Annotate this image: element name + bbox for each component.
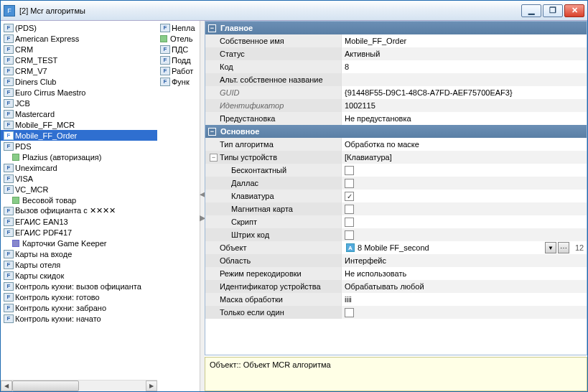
- property-value[interactable]: Активный: [342, 47, 587, 60]
- tree-item-label: CRM_TEST: [15, 56, 57, 65]
- tree-item[interactable]: FКарты на входе: [1, 248, 157, 259]
- property-value[interactable]: [342, 177, 587, 190]
- property-label: GUID: [205, 86, 342, 99]
- property-row: Скрипт: [205, 215, 587, 228]
- scrollbar-horizontal[interactable]: ◀ ▶: [1, 380, 157, 391]
- checkbox[interactable]: [345, 192, 354, 201]
- property-value[interactable]: [342, 190, 587, 202]
- tree-item[interactable]: FVC_MCR: [1, 184, 157, 195]
- item-icon: [12, 197, 19, 204]
- checkbox[interactable]: [345, 308, 354, 317]
- checkbox[interactable]: [345, 179, 354, 188]
- property-row: Маска обработкиiiii: [205, 293, 587, 306]
- tree-item[interactable]: FMobile_FF_MCR: [1, 119, 157, 130]
- collapse-icon[interactable]: −: [208, 24, 216, 32]
- tree-item[interactable]: Весовой товар: [1, 195, 157, 205]
- property-value[interactable]: Mobile_FF_Order: [342, 34, 587, 47]
- ellipsis-button[interactable]: ⋯: [558, 242, 569, 253]
- tree-item-label: VC_MCR: [15, 185, 48, 194]
- tree-item[interactable]: FПодд: [157, 55, 200, 65]
- tree-item[interactable]: FВызов официанта с ✕✕✕✕: [1, 205, 157, 216]
- property-label: Область: [205, 254, 342, 267]
- property-label: Статус: [205, 47, 342, 60]
- tree-item-label: Карты на входе: [15, 250, 72, 258]
- checkbox[interactable]: [345, 230, 354, 240]
- tree-item-label: Вызов официанта с ✕✕✕✕: [15, 206, 116, 215]
- checkbox[interactable]: [345, 166, 354, 175]
- tree-item[interactable]: FCRM: [1, 44, 157, 55]
- property-value[interactable]: iiii: [342, 293, 587, 306]
- minimize-button[interactable]: ▁: [521, 4, 541, 17]
- item-icon: F: [4, 261, 14, 269]
- tree-item[interactable]: FJCB: [1, 98, 157, 108]
- scroll-left-arrow[interactable]: ◀: [1, 381, 12, 391]
- property-value[interactable]: 8: [342, 60, 587, 73]
- tree-item[interactable]: Plazius (авторизация): [1, 151, 157, 162]
- tree-item[interactable]: FMobile_FF_Order: [1, 130, 157, 141]
- item-icon: F: [4, 110, 14, 118]
- tree-item[interactable]: FVISA: [1, 173, 157, 184]
- item-icon: F: [4, 207, 14, 215]
- tree-item[interactable]: FКонтроль кухни: забрано: [1, 302, 157, 313]
- maximize-button[interactable]: ❐: [543, 4, 563, 17]
- property-value[interactable]: [Клавиатура]: [342, 151, 587, 164]
- tree-item[interactable]: FCRM_TEST: [1, 55, 157, 65]
- dropdown-button[interactable]: ▼: [545, 242, 556, 253]
- tree-item[interactable]: Отель: [157, 33, 200, 44]
- property-value[interactable]: Обрабатывать любой: [342, 280, 587, 293]
- item-icon: F: [4, 142, 14, 151]
- tree-item[interactable]: FФунк: [157, 76, 200, 87]
- property-value[interactable]: [342, 73, 587, 86]
- tree-item[interactable]: FPDS: [1, 141, 157, 151]
- scroll-track[interactable]: [12, 381, 146, 391]
- tree-item[interactable]: FНепла: [157, 22, 200, 33]
- checkbox[interactable]: [345, 218, 354, 227]
- property-value[interactable]: Обработка по маске: [342, 138, 587, 151]
- item-icon: F: [4, 185, 14, 194]
- property-value[interactable]: [342, 228, 587, 241]
- item-icon: F: [4, 131, 14, 140]
- section-basic[interactable]: − Основное: [205, 125, 587, 138]
- tree-item[interactable]: FUneximcard: [1, 162, 157, 173]
- property-value[interactable]: Интерфейс: [342, 254, 587, 267]
- collapse-icon[interactable]: −: [208, 128, 216, 136]
- property-value[interactable]: Не предустановка: [342, 112, 587, 125]
- tree-item[interactable]: FAmerican Express: [1, 33, 157, 44]
- property-value[interactable]: 1002115: [342, 99, 587, 112]
- tree-item[interactable]: FЕГАИС PDF417: [1, 227, 157, 238]
- tree-item[interactable]: FDiners Club: [1, 76, 157, 87]
- section-main[interactable]: − Главное: [205, 22, 587, 34]
- property-value[interactable]: А8 Mobile FF_second▼⋯12: [342, 241, 587, 254]
- tree-item[interactable]: FКонтроль кухни: вызов официанта: [1, 281, 157, 291]
- item-icon: F: [4, 250, 14, 258]
- scroll-thumb[interactable]: [12, 381, 79, 391]
- tree-item[interactable]: FКарты отеля: [1, 259, 157, 270]
- tree-item[interactable]: Карточки Game Keeper: [1, 238, 157, 248]
- tree-item[interactable]: FРабот: [157, 65, 200, 76]
- property-row: Идентификатор1002115: [205, 99, 587, 112]
- tree-item-label: Mastercard: [15, 110, 55, 118]
- tree-item[interactable]: FКонтроль кухни: готово: [1, 291, 157, 302]
- property-value[interactable]: [342, 202, 587, 215]
- tree-item[interactable]: F(PDS): [1, 22, 157, 33]
- property-value[interactable]: [342, 164, 587, 177]
- expand-icon[interactable]: −: [210, 154, 218, 162]
- property-value[interactable]: [342, 306, 587, 319]
- tree-item-label: Карты скидок: [15, 271, 64, 280]
- tree-item[interactable]: FПДС: [157, 44, 200, 55]
- tree-item[interactable]: FEuro Cirrus Maestro: [1, 87, 157, 98]
- item-icon: F: [160, 56, 170, 65]
- tree-item[interactable]: FКарты скидок: [1, 270, 157, 281]
- scroll-right-arrow[interactable]: ▶: [146, 381, 157, 391]
- property-value[interactable]: Не использовать: [342, 267, 587, 280]
- checkbox[interactable]: [345, 205, 354, 214]
- item-icon: F: [4, 24, 14, 32]
- tree-item[interactable]: FCRM_V7: [1, 65, 157, 76]
- close-button[interactable]: ✕: [564, 4, 584, 17]
- property-value[interactable]: [342, 215, 587, 228]
- property-row: Собственное имяMobile_FF_Order: [205, 34, 587, 47]
- tree-item[interactable]: FЕГАИС EAN13: [1, 216, 157, 227]
- tree-item[interactable]: FMastercard: [1, 108, 157, 119]
- property-value[interactable]: {91448F55-D9C1-48C8-A7FD-AEF75700EAF3}: [342, 86, 587, 99]
- tree-item[interactable]: FКонтроль кухни: начато: [1, 313, 157, 324]
